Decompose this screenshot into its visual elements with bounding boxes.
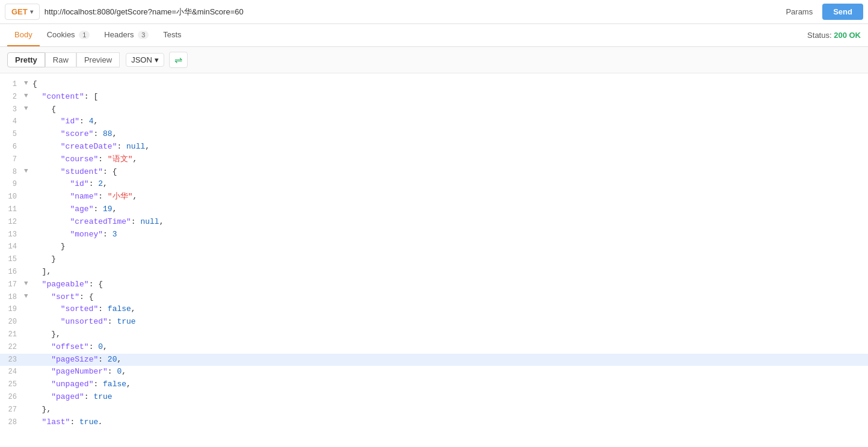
fold-icon[interactable]: ▼ — [24, 91, 32, 102]
code-content: "sort": { — [32, 291, 93, 304]
code-content: "name": "小华", — [32, 191, 137, 203]
fold-icon[interactable]: ▼ — [24, 103, 32, 114]
code-line: 25 "unpaged": false, — [0, 378, 868, 391]
code-line: 22 "offset": 0, — [0, 341, 868, 354]
code-line: 10 "name": "小华", — [0, 191, 868, 203]
code-line: 28 "last": true, — [0, 416, 868, 424]
line-number: 26 — [2, 391, 24, 403]
code-line: 13 "money": 3 — [0, 229, 868, 241]
tab-cookies-label: Cookies — [47, 30, 75, 39]
code-content: } — [32, 241, 66, 253]
code-content: { — [32, 78, 37, 91]
code-line: 2▼ "content": [ — [0, 91, 868, 103]
method-label: GET — [11, 7, 28, 16]
line-number: 1 — [2, 78, 24, 90]
code-line: 3▼ { — [0, 103, 868, 116]
code-content: { — [32, 103, 56, 116]
code-content: "money": 3 — [32, 229, 117, 241]
code-line: 8▼ "student": { — [0, 166, 868, 179]
code-line: 15 } — [0, 253, 868, 266]
code-content: }, — [32, 404, 51, 416]
chevron-down-icon: ▾ — [155, 55, 159, 64]
code-content: "score": 88, — [32, 128, 117, 141]
method-dropdown[interactable]: GET ▾ — [5, 4, 40, 20]
fold-icon[interactable]: ▼ — [24, 291, 32, 302]
wrap-button[interactable]: ⇌ — [169, 52, 188, 68]
tab-tests-label: Tests — [163, 30, 181, 39]
line-number: 8 — [2, 166, 24, 178]
line-number: 24 — [2, 366, 24, 378]
code-content: "unpaged": false, — [32, 378, 131, 391]
view-tab-pretty[interactable]: Pretty — [7, 52, 45, 67]
code-content: "pageSize": 20, — [32, 354, 122, 366]
tab-headers[interactable]: Headers 3 — [97, 24, 156, 46]
code-line: 18▼ "sort": { — [0, 291, 868, 304]
line-number: 4 — [2, 116, 24, 128]
line-number: 23 — [2, 354, 24, 366]
line-number: 7 — [2, 153, 24, 165]
line-number: 12 — [2, 216, 24, 228]
line-number: 27 — [2, 404, 24, 416]
view-tab-raw[interactable]: Raw — [45, 52, 76, 67]
line-number: 16 — [2, 266, 24, 278]
status-value: 200 OK — [834, 31, 861, 40]
format-label: JSON — [131, 55, 152, 64]
code-line: 4 "id": 4, — [0, 116, 868, 128]
line-number: 3 — [2, 103, 24, 116]
code-line: 12 "createdTime": null, — [0, 216, 868, 229]
code-line: 11 "age": 19, — [0, 203, 868, 216]
tab-cookies[interactable]: Cookies 1 — [40, 24, 97, 46]
line-number: 19 — [2, 303, 24, 315]
code-content: "createdTime": null, — [32, 216, 164, 229]
url-input[interactable] — [45, 5, 777, 19]
code-content: "paged": true — [32, 391, 112, 404]
code-line: 26 "paged": true — [0, 391, 868, 404]
code-content: "unsorted": true — [32, 316, 136, 328]
line-number: 15 — [2, 253, 24, 265]
tab-tests[interactable]: Tests — [156, 24, 188, 46]
line-number: 22 — [2, 341, 24, 353]
line-number: 11 — [2, 203, 24, 215]
code-line: 14 } — [0, 241, 868, 253]
line-number: 28 — [2, 416, 24, 424]
code-line: 1▼{ — [0, 78, 868, 91]
tab-body[interactable]: Body — [7, 24, 40, 46]
code-content: "pageNumber": 0, — [32, 366, 126, 378]
code-content: "offset": 0, — [32, 341, 108, 354]
line-number: 6 — [2, 141, 24, 153]
code-content: "pageable": { — [32, 279, 103, 291]
line-number: 14 — [2, 241, 24, 253]
code-content: "course": "语文", — [32, 153, 137, 166]
format-select[interactable]: JSON ▾ — [126, 53, 164, 67]
code-line: 5 "score": 88, — [0, 128, 868, 141]
code-line: 19 "sorted": false, — [0, 303, 868, 316]
response-tabs: Body Cookies 1 Headers 3 Tests Status: 2… — [0, 24, 868, 47]
code-line: 20 "unsorted": true — [0, 316, 868, 328]
code-content: "age": 19, — [32, 203, 117, 216]
line-number: 25 — [2, 378, 24, 390]
headers-badge: 3 — [138, 31, 149, 39]
params-button[interactable]: Params — [781, 5, 817, 19]
code-content: "id": 2, — [32, 178, 108, 191]
view-tab-preview[interactable]: Preview — [76, 52, 120, 67]
code-content: "student": { — [32, 166, 117, 179]
code-area[interactable]: 1▼{2▼ "content": [3▼ {4 "id": 4,5 "score… — [0, 73, 868, 424]
code-line: 21 }, — [0, 328, 868, 341]
line-number: 20 — [2, 316, 24, 328]
code-content: "id": 4, — [32, 116, 98, 128]
fold-icon[interactable]: ▼ — [24, 78, 32, 89]
code-line: 7 "course": "语文", — [0, 153, 868, 166]
view-tabs-bar: Pretty Raw Preview JSON ▾ ⇌ — [0, 47, 868, 73]
code-line: 9 "id": 2, — [0, 178, 868, 191]
fold-icon[interactable]: ▼ — [24, 279, 32, 289]
code-content: } — [32, 253, 56, 266]
send-button[interactable]: Send — [822, 4, 863, 20]
url-bar: GET ▾ Params Send — [0, 0, 868, 24]
code-line: 24 "pageNumber": 0, — [0, 366, 868, 378]
line-number: 10 — [2, 191, 24, 203]
fold-icon[interactable]: ▼ — [24, 166, 32, 177]
code-content: ], — [32, 266, 51, 279]
code-content: "sorted": false, — [32, 303, 136, 316]
code-content: "last": true, — [32, 416, 103, 424]
code-line: 6 "createDate": null, — [0, 141, 868, 153]
